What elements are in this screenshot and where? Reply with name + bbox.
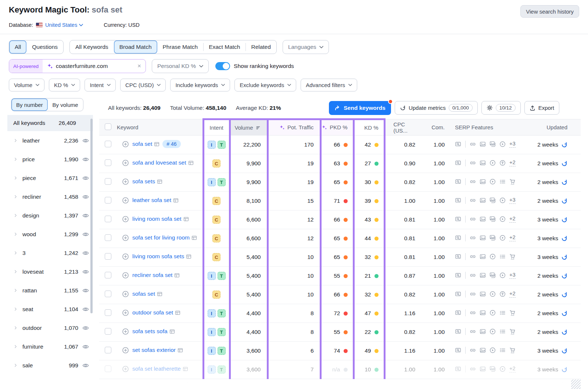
refresh-icon[interactable] — [561, 310, 567, 317]
filter-intent-dropdown[interactable]: Intent — [85, 79, 116, 91]
filter-volume-dropdown[interactable]: Volume — [9, 79, 44, 91]
add-keyword-icon[interactable] — [122, 216, 129, 223]
eye-icon[interactable] — [82, 362, 89, 369]
eye-icon[interactable] — [82, 324, 89, 332]
clear-input-icon[interactable]: × — [133, 62, 146, 70]
sort-by-number-button[interactable]: By number — [11, 98, 48, 111]
add-keyword-icon[interactable] — [122, 178, 129, 185]
update-metrics-button[interactable]: Update metrics 0/1,000 — [395, 101, 478, 115]
add-keyword-icon[interactable] — [122, 159, 129, 166]
serp-card-icon[interactable] — [186, 253, 191, 262]
show-ranking-toggle[interactable] — [215, 62, 230, 70]
serp-preview-icon[interactable] — [455, 366, 461, 372]
kd-column-header[interactable]: KD % — [354, 119, 384, 136]
add-keyword-icon[interactable] — [122, 234, 129, 241]
filter-advanced-dropdown[interactable]: Advanced filters — [301, 79, 357, 91]
serp-card-icon[interactable] — [183, 365, 188, 374]
serp-card-icon[interactable] — [157, 291, 162, 299]
sidebar-group-loveseat[interactable]: loveseat 1,213 — [7, 262, 93, 281]
row-checkbox[interactable] — [105, 216, 111, 222]
add-keyword-icon[interactable] — [122, 309, 129, 316]
sidebar-group-3[interactable]: 3 1,242 — [7, 244, 93, 262]
row-checkbox[interactable] — [105, 234, 111, 241]
row-checkbox[interactable] — [105, 272, 111, 278]
serp-preview-icon[interactable] — [455, 291, 461, 297]
filter-exclude-keywords-dropdown[interactable]: Exclude keywords — [234, 79, 296, 91]
keyword-link[interactable]: sofa and loveseat set — [132, 159, 186, 166]
eye-icon[interactable] — [82, 193, 89, 201]
add-keyword-icon[interactable] — [122, 253, 129, 260]
sidebar-all-keywords[interactable]: All keywords 26,409 — [7, 115, 93, 131]
eye-icon[interactable] — [82, 156, 89, 163]
view-search-history-button[interactable]: View search history — [520, 5, 579, 18]
tab-all[interactable]: All — [9, 40, 26, 54]
serp-card-icon[interactable] — [183, 216, 189, 224]
row-checkbox[interactable] — [105, 309, 111, 316]
serp-card-icon[interactable] — [178, 347, 183, 356]
tab-exact-match[interactable]: Exact Match — [203, 40, 245, 54]
tab-broad-match[interactable]: Broad Match — [114, 40, 157, 54]
keyword-link[interactable]: sofa set — [132, 141, 152, 147]
serp-card-icon[interactable] — [175, 309, 180, 318]
sidebar-group-design[interactable]: design 1,397 — [7, 206, 93, 225]
serp-preview-icon[interactable] — [455, 235, 461, 241]
keyword-link[interactable]: recliner sofa set — [132, 272, 172, 278]
serp-preview-icon[interactable] — [455, 253, 461, 260]
serp-card-icon[interactable] — [191, 234, 197, 243]
add-keyword-icon[interactable] — [122, 197, 129, 204]
more-serp-features[interactable]: +3 — [509, 141, 516, 148]
serp-card-icon[interactable] — [188, 159, 194, 168]
serp-preview-icon[interactable] — [455, 272, 461, 278]
send-keywords-button[interactable]: Send keywords — [329, 101, 391, 115]
filter-cpc-dropdown[interactable]: CPC (USD) — [120, 79, 166, 91]
keyword-link[interactable]: sofas set — [132, 291, 155, 297]
tab-phrase-match[interactable]: Phrase Match — [157, 40, 204, 54]
row-checkbox[interactable] — [105, 141, 111, 147]
keyword-link[interactable]: sofa sets sofa — [132, 328, 168, 334]
serp-preview-icon[interactable] — [455, 310, 461, 316]
row-checkbox[interactable] — [105, 253, 111, 260]
serp-card-icon[interactable] — [169, 328, 175, 337]
sidebar-group-sale[interactable]: sale 999 — [7, 356, 93, 375]
updated-column-header[interactable]: Updated — [523, 119, 581, 136]
personal-kd-dropdown[interactable]: Personal KD % — [152, 59, 209, 73]
serp-preview-icon[interactable] — [455, 160, 461, 166]
more-serp-features[interactable]: +3 — [509, 272, 516, 279]
manage-columns-button[interactable]: 10/12 — [481, 101, 521, 115]
ai-domain-input[interactable]: AI-powered coasterfurniture.com × — [9, 59, 146, 73]
serp-preview-icon[interactable] — [455, 179, 461, 185]
serp-preview-icon[interactable] — [455, 197, 461, 203]
eye-icon[interactable] — [82, 249, 89, 257]
sidebar-group-piece[interactable]: piece 1,671 — [7, 169, 93, 187]
keyword-link[interactable]: sofa set for living room — [132, 234, 190, 241]
add-keyword-icon[interactable] — [122, 141, 129, 148]
more-serp-features[interactable]: +2 — [509, 159, 516, 166]
languages-dropdown[interactable]: Languages — [283, 40, 329, 54]
more-serp-features[interactable]: +3 — [509, 197, 516, 204]
refresh-icon[interactable] — [561, 329, 567, 335]
select-all-checkbox[interactable] — [105, 123, 111, 130]
row-checkbox[interactable] — [105, 328, 111, 335]
more-serp-features[interactable]: +2 — [509, 291, 516, 298]
tab-all-keywords[interactable]: All Keywords — [70, 40, 114, 54]
keyword-link[interactable]: living room sofa sets — [132, 253, 184, 259]
keyword-link[interactable]: set sofas exterior — [132, 347, 176, 353]
com-column-header[interactable]: Com. — [419, 119, 450, 136]
pkd-column-header[interactable]: PKD % — [320, 119, 354, 136]
sidebar-group-seat[interactable]: seat 1,104 — [7, 300, 93, 318]
keyword-column-header[interactable]: Keyword — [117, 119, 203, 136]
sidebar-scrollbar[interactable] — [90, 119, 93, 313]
refresh-icon[interactable] — [561, 254, 567, 260]
pot-traffic-column-header[interactable]: Pot. Traffic — [268, 119, 320, 136]
keyword-link[interactable]: sofa set leatherette — [132, 365, 181, 372]
sort-by-volume-button[interactable]: By volume — [48, 98, 83, 111]
eye-icon[interactable] — [82, 306, 89, 313]
sidebar-group-leather[interactable]: leather 2,236 — [7, 131, 93, 150]
serp-card-icon[interactable] — [174, 272, 180, 281]
row-checkbox[interactable] — [105, 197, 111, 203]
serp-card-icon[interactable] — [154, 141, 159, 150]
refresh-icon[interactable] — [561, 235, 567, 242]
sidebar-group-rattan[interactable]: rattan 1,155 — [7, 281, 93, 300]
eye-icon[interactable] — [82, 231, 89, 238]
eye-icon[interactable] — [82, 212, 89, 219]
